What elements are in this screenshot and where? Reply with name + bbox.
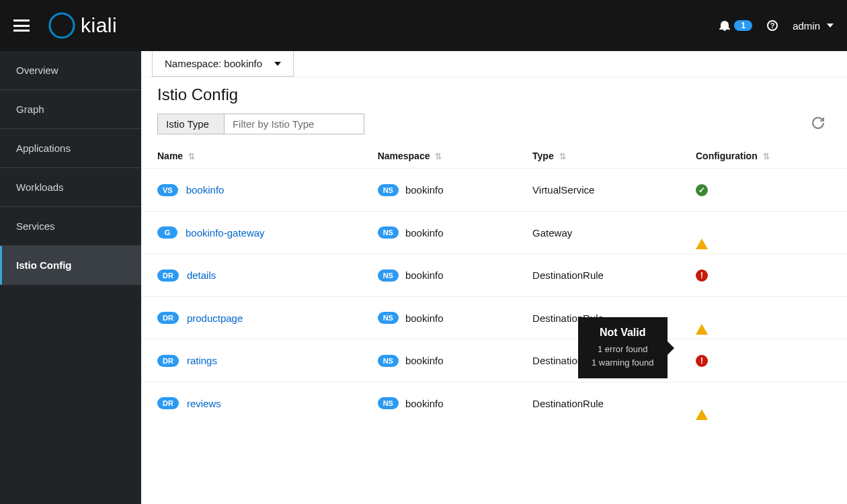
sort-icon: ⇅ xyxy=(763,152,770,161)
table-row: Gbookinfo-gatewayNSbookinfoGateway xyxy=(141,212,847,254)
status-error-icon[interactable]: ! xyxy=(696,269,708,282)
sidebar: OverviewGraphApplicationsWorkloadsServic… xyxy=(0,51,141,504)
filter-type-label: Istio Type xyxy=(166,118,209,130)
status-warning-icon[interactable] xyxy=(696,227,708,249)
col-name[interactable]: Name⇅ xyxy=(141,144,362,169)
col-namespace[interactable]: Namespace⇅ xyxy=(362,144,516,169)
config-table: Name⇅ Namespace⇅ Type⇅ Configuration⇅ VS… xyxy=(141,144,847,424)
brand-text: kiali xyxy=(81,14,117,37)
status-ok-icon[interactable]: ✓ xyxy=(696,184,708,196)
ns-badge: NS xyxy=(378,226,399,239)
chevron-down-icon xyxy=(827,24,834,28)
brand-logo[interactable]: kiali xyxy=(48,12,117,39)
notifications-button[interactable]: 1 xyxy=(719,20,752,31)
table-row: DRreviewsNSbookinfoDestinationRule xyxy=(141,382,847,425)
namespace-label: Namespace: bookinfo xyxy=(165,58,262,69)
sidebar-item-graph[interactable]: Graph xyxy=(0,90,141,129)
sidebar-item-services[interactable]: Services xyxy=(0,207,141,246)
hamburger-icon[interactable] xyxy=(13,19,30,32)
tooltip-line2: 1 warning found xyxy=(592,356,654,370)
namespace-text: bookinfo xyxy=(405,269,444,281)
namespace-text: bookinfo xyxy=(405,355,444,366)
type-badge: G xyxy=(157,226,177,239)
sort-icon: ⇅ xyxy=(559,152,566,161)
col-config[interactable]: Configuration⇅ xyxy=(680,144,847,169)
username-label: admin xyxy=(793,20,820,32)
table-row: DRdetailsNSbookinfoDestinationRule! xyxy=(141,254,847,297)
ns-badge: NS xyxy=(378,355,399,367)
resource-link[interactable]: bookinfo xyxy=(186,184,225,196)
sidebar-item-istio-config[interactable]: Istio Config xyxy=(0,246,141,285)
resource-link[interactable]: productpage xyxy=(187,312,243,324)
sidebar-item-applications[interactable]: Applications xyxy=(0,129,141,168)
tooltip-title: Not Valid xyxy=(592,327,654,339)
type-text: Gateway xyxy=(516,212,680,254)
namespace-text: bookinfo xyxy=(405,184,444,196)
filter-value-select[interactable]: Filter by Istio Type xyxy=(225,114,364,134)
user-menu[interactable]: admin xyxy=(793,20,834,32)
namespace-text: bookinfo xyxy=(405,227,444,239)
namespace-text: bookinfo xyxy=(405,398,444,409)
status-error-icon[interactable]: ! xyxy=(696,355,708,367)
type-badge: DR xyxy=(157,312,179,324)
resource-link[interactable]: ratings xyxy=(187,355,217,366)
type-badge: DR xyxy=(157,355,179,367)
sort-icon: ⇅ xyxy=(188,152,195,161)
resource-link[interactable]: reviews xyxy=(187,398,221,409)
main-content: Namespace: bookinfo Istio Config Istio T… xyxy=(141,51,847,504)
resource-link[interactable]: details xyxy=(187,269,216,281)
type-text: VirtualService xyxy=(516,169,680,212)
bell-icon xyxy=(719,20,730,31)
validation-tooltip: Not Valid 1 error found 1 warning found xyxy=(578,317,668,378)
namespace-text: bookinfo xyxy=(405,312,444,324)
sidebar-item-overview[interactable]: Overview xyxy=(0,51,141,90)
table-row: DRratingsNSbookinfoDestinationRule! xyxy=(141,339,847,382)
tooltip-line1: 1 error found xyxy=(592,343,654,356)
top-bar: kiali 1 ? admin xyxy=(0,0,847,51)
page-title: Istio Config xyxy=(141,77,847,110)
ns-badge: NS xyxy=(378,312,399,324)
ns-badge: NS xyxy=(378,184,399,196)
refresh-button[interactable] xyxy=(812,117,824,131)
status-warning-icon[interactable] xyxy=(696,398,708,420)
ns-badge: NS xyxy=(378,397,399,409)
filter-bar: Istio Type Filter by Istio Type xyxy=(141,110,847,144)
table-row: VSbookinfoNSbookinfoVirtualService✓ xyxy=(141,169,847,212)
notification-badge: 1 xyxy=(734,20,752,31)
type-text: DestinationRule xyxy=(516,254,680,297)
help-icon[interactable]: ? xyxy=(767,20,778,31)
filter-type-button[interactable]: Istio Type xyxy=(157,114,225,134)
type-text: DestinationRule xyxy=(516,382,680,425)
type-badge: DR xyxy=(157,397,179,409)
type-badge: VS xyxy=(157,184,178,196)
col-type[interactable]: Type⇅ xyxy=(516,144,680,169)
refresh-icon xyxy=(812,117,824,129)
namespace-selector[interactable]: Namespace: bookinfo xyxy=(152,51,294,77)
namespace-bar: Namespace: bookinfo xyxy=(141,51,847,77)
kiali-logo-icon xyxy=(48,12,75,39)
svg-point-0 xyxy=(50,13,74,38)
ns-badge: NS xyxy=(378,269,399,282)
resource-link[interactable]: bookinfo-gateway xyxy=(186,227,265,239)
sort-icon: ⇅ xyxy=(435,152,442,161)
type-badge: DR xyxy=(157,269,179,282)
chevron-down-icon xyxy=(274,62,281,66)
filter-placeholder: Filter by Istio Type xyxy=(233,118,314,130)
table-row: DRproductpageNSbookinfoDestinationRule xyxy=(141,297,847,339)
sidebar-item-workloads[interactable]: Workloads xyxy=(0,168,141,207)
status-warning-icon[interactable] xyxy=(696,312,708,335)
